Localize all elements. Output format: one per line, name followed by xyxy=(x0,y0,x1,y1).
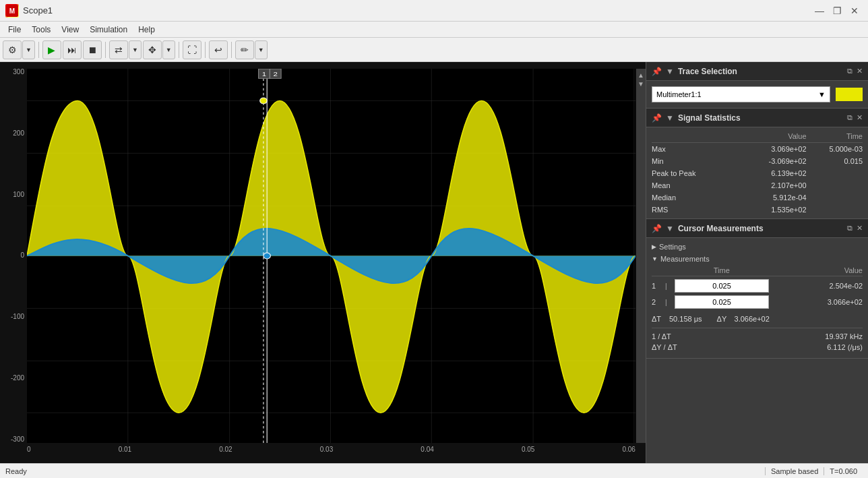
stats-col-value-header: Value xyxy=(736,132,806,140)
stats-value-max: 3.069e+02 xyxy=(736,145,806,153)
stats-label-rms: RMS xyxy=(652,206,736,214)
toolbar-sep-5 xyxy=(231,42,232,58)
slope-value: 6.112 (/μs) xyxy=(827,343,863,351)
stats-time-median xyxy=(807,193,863,202)
x-label-002: 0.02 xyxy=(219,446,232,453)
trace-selection-content: Multimeter1:1 ▼ xyxy=(646,81,868,108)
y-label-200: 200 xyxy=(13,130,24,137)
cursor-content: ▶ Settings ▼ Measurements Time Value xyxy=(646,238,868,358)
window-title: Scope1 xyxy=(23,5,811,16)
settings-button[interactable]: ⚙ xyxy=(3,40,22,59)
cursor-pin-icon: 📌 xyxy=(652,224,662,233)
statusbar: Ready Sample based T=0.060 xyxy=(0,463,868,478)
edit-dropdown[interactable]: ✏ ▼ xyxy=(235,40,268,59)
zoom-dropdown-arrow[interactable]: ▼ xyxy=(129,40,142,59)
cursor2-marker: | xyxy=(665,299,673,306)
close-button[interactable]: ✕ xyxy=(846,4,863,18)
cursor1-time-input[interactable] xyxy=(675,279,769,293)
pan-dropdown-arrow[interactable]: ▼ xyxy=(162,40,175,59)
sample-based-label: Sample based xyxy=(765,467,824,475)
stats-time-rms xyxy=(807,206,863,214)
y-label-n200: -200 xyxy=(11,375,24,382)
svg-text:M: M xyxy=(9,7,15,15)
stats-time-max: 5.000e-03 xyxy=(807,145,863,153)
trace-popout-button[interactable]: ⧉ xyxy=(847,67,852,76)
cursor1-num: 1 xyxy=(652,282,665,290)
stats-popout-button[interactable]: ⧉ xyxy=(847,113,852,122)
menu-simulation[interactable]: Simulation xyxy=(84,24,133,36)
svg-point-17 xyxy=(260,98,267,104)
measurements-subsection[interactable]: ▼ Measurements xyxy=(652,253,863,265)
stats-row-rms: RMS 1.535e+02 xyxy=(652,204,863,216)
zoom-out-button[interactable]: ↩ xyxy=(209,40,228,59)
right-panel: 📌 ▼ Trace Selection ⧉ ✕ Multimeter1:1 ▼ … xyxy=(646,62,868,463)
stats-value-median: 5.912e-04 xyxy=(736,193,806,202)
edit-dropdown-arrow[interactable]: ▼ xyxy=(255,40,268,59)
fit-button[interactable]: ⛶ xyxy=(183,40,202,59)
stats-table: Value Time Max 3.069e+02 5.000e-03 Min -… xyxy=(646,127,868,218)
trace-expand-icon: ▼ xyxy=(666,67,674,76)
meas-header-row: Time Value xyxy=(652,265,863,276)
settings-label: Settings xyxy=(659,243,686,251)
stats-value-min: -3.069e+02 xyxy=(736,157,806,165)
measurements-table: Time Value 1 | 2.504e-02 2 | xyxy=(652,265,863,355)
settings-dropdown-arrow[interactable]: ▼ xyxy=(22,40,35,59)
measurements-label: Measurements xyxy=(660,255,710,263)
delta-t-label: ΔT xyxy=(652,315,665,323)
run-button[interactable]: ▶ xyxy=(42,40,61,59)
plot-scrollbar[interactable]: ▲ ▼ xyxy=(636,69,646,443)
scroll-up-arrow[interactable]: ▲ xyxy=(638,71,644,79)
stats-time-min: 0.015 xyxy=(807,157,863,165)
stats-col-time-header: Time xyxy=(807,132,863,140)
svg-text:1: 1 xyxy=(262,70,266,78)
zoom-button[interactable]: ⇄ xyxy=(109,40,128,59)
menu-view[interactable]: View xyxy=(56,24,84,36)
cursor-close-button[interactable]: ✕ xyxy=(857,224,863,233)
settings-dropdown[interactable]: ⚙ ▼ xyxy=(3,40,35,59)
scroll-down-arrow[interactable]: ▼ xyxy=(638,80,644,88)
stats-value-mean: 2.107e+00 xyxy=(736,181,806,189)
step-button[interactable]: ⏭ xyxy=(63,40,82,59)
zoom-dropdown[interactable]: ⇄ ▼ xyxy=(109,40,142,59)
edit-button[interactable]: ✏ xyxy=(235,40,254,59)
maximize-button[interactable]: ❐ xyxy=(829,4,845,18)
plot-svg[interactable]: 1 2 xyxy=(27,69,636,443)
svg-text:2: 2 xyxy=(274,70,278,78)
stats-label-mean: Mean xyxy=(652,181,736,189)
freq-inv-row: 1 / ΔT 19.937 kHz xyxy=(652,331,863,342)
trace-pin-icon: 📌 xyxy=(652,67,662,76)
pan-button[interactable]: ✥ xyxy=(143,40,162,59)
plot-canvas[interactable]: 1 2 xyxy=(27,69,636,443)
menu-tools[interactable]: Tools xyxy=(26,24,56,36)
pan-dropdown[interactable]: ✥ ▼ xyxy=(143,40,175,59)
minimize-button[interactable]: — xyxy=(811,4,828,18)
cursor2-time-input[interactable] xyxy=(675,295,769,309)
delta-y-value: 3.066e+02 xyxy=(735,315,770,323)
stats-row-min: Min -3.069e+02 0.015 xyxy=(652,155,863,167)
cursor2-value: 3.066e+02 xyxy=(769,298,863,306)
window-controls: — ❐ ✕ xyxy=(811,4,863,18)
x-label-006: 0.06 xyxy=(622,446,635,453)
menu-help[interactable]: Help xyxy=(133,24,160,36)
stats-close-button[interactable]: ✕ xyxy=(857,113,863,122)
meas-col-marker-header xyxy=(665,266,673,274)
cursor-popout-button[interactable]: ⧉ xyxy=(847,224,852,233)
status-text: Ready xyxy=(5,467,760,475)
stats-row-max: Max 3.069e+02 5.000e-03 xyxy=(652,143,863,155)
cursor2-num: 2 xyxy=(652,298,665,306)
menu-file[interactable]: File xyxy=(3,24,26,36)
app-icon: M xyxy=(5,4,19,18)
cursor-measurements-section: 📌 ▼ Cursor Measurements ⧉ ✕ ▶ Settings ▼… xyxy=(646,219,868,359)
titlebar: M Scope1 — ❐ ✕ xyxy=(0,0,868,22)
trace-dropdown[interactable]: Multimeter1:1 ▼ xyxy=(652,86,830,102)
stop-button[interactable]: ⏹ xyxy=(83,40,102,59)
trace-close-button[interactable]: ✕ xyxy=(857,67,863,76)
y-label-0: 0 xyxy=(20,252,24,259)
main-content: 300 200 100 0 -100 -200 -300 xyxy=(0,62,868,463)
slope-row: ΔY / ΔT 6.112 (/μs) xyxy=(652,342,863,353)
meas-col-time-header: Time xyxy=(675,266,769,274)
settings-subsection[interactable]: ▶ Settings xyxy=(652,241,863,253)
x-label-001: 0.01 xyxy=(119,446,131,453)
plot-area[interactable]: 300 200 100 0 -100 -200 -300 xyxy=(0,62,646,463)
stats-label-p2p: Peak to Peak xyxy=(652,169,736,177)
